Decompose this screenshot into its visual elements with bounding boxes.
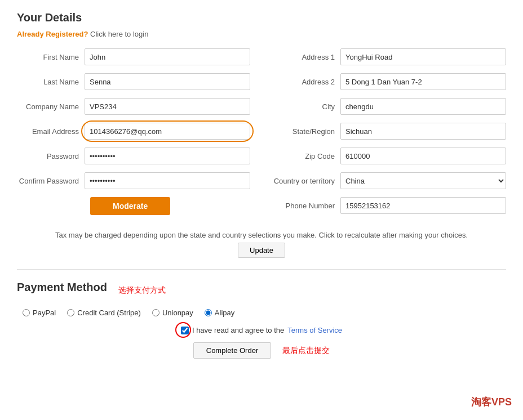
already-registered-row: Already Registered? Click here to login — [17, 30, 506, 38]
zip-row: Zip Code — [273, 148, 506, 164]
alipay-label: Alipay — [215, 309, 234, 317]
address2-input[interactable] — [340, 73, 506, 90]
city-row: City — [273, 98, 506, 115]
company-name-label: Company Name — [17, 102, 85, 111]
email-row: Email Address — [17, 123, 250, 140]
alipay-option[interactable]: Alipay — [205, 309, 234, 317]
section-divider — [17, 269, 506, 270]
state-label: State/Region — [273, 127, 340, 136]
password-row: Password — [17, 148, 250, 164]
state-row: State/Region — [273, 123, 506, 140]
creditcard-radio[interactable] — [67, 309, 74, 316]
paypal-radio[interactable] — [23, 309, 30, 316]
email-input[interactable] — [85, 123, 250, 140]
confirm-password-label: Confirm Password — [17, 177, 85, 185]
city-input[interactable] — [340, 98, 506, 115]
country-select[interactable]: China United States United Kingdom — [340, 172, 506, 189]
last-name-row: Last Name — [17, 73, 250, 90]
unionpay-radio[interactable] — [152, 309, 159, 316]
creditcard-option[interactable]: Credit Card (Stripe) — [67, 309, 141, 317]
payment-header: Payment Method 选择支付方式 — [17, 281, 506, 300]
zip-label: Zip Code — [273, 152, 340, 160]
login-link-text[interactable]: Click here to login — [90, 30, 148, 38]
terms-checkbox-wrap — [181, 327, 189, 334]
terms-text: I have read and agree to the — [192, 326, 284, 334]
last-name-label: Last Name — [17, 78, 85, 86]
unionpay-option[interactable]: Unionpay — [152, 309, 193, 317]
alipay-radio[interactable] — [205, 309, 212, 316]
city-label: City — [273, 102, 340, 111]
paypal-label: PayPal — [33, 309, 56, 317]
page-title: Your Details — [17, 11, 506, 24]
payment-title: Payment Method — [17, 281, 107, 294]
confirm-password-row: Confirm Password — [17, 172, 250, 189]
company-name-input[interactable] — [85, 98, 250, 115]
address1-label: Address 1 — [273, 53, 340, 61]
paypal-option[interactable]: PayPal — [23, 309, 56, 317]
creditcard-label: Credit Card (Stripe) — [77, 309, 141, 317]
right-column: Address 1 Address 2 City State/Region Zi… — [273, 48, 506, 222]
last-name-input[interactable] — [85, 73, 250, 90]
phone-label: Phone Number — [273, 202, 340, 210]
country-label: Country or territory — [273, 177, 340, 185]
password-input[interactable] — [85, 148, 250, 164]
first-name-input[interactable] — [85, 48, 250, 65]
tax-notice: Tax may be charged depending upon the st… — [17, 231, 506, 239]
email-label: Email Address — [17, 127, 85, 136]
country-row: Country or territory China United States… — [273, 172, 506, 189]
address2-label: Address 2 — [273, 78, 340, 86]
first-name-label: First Name — [17, 53, 85, 61]
first-name-row: First Name — [17, 48, 250, 65]
moderate-button[interactable]: Moderate — [90, 197, 170, 215]
confirm-password-input[interactable] — [85, 172, 250, 189]
address1-row: Address 1 — [273, 48, 506, 65]
details-form: First Name Last Name Company Name Email … — [17, 48, 506, 222]
company-name-row: Company Name — [17, 98, 250, 115]
phone-input[interactable] — [340, 197, 506, 214]
complete-order-row: Complete Order 最后点击提交 — [17, 342, 506, 359]
zip-input[interactable] — [340, 148, 506, 164]
unionpay-label: Unionpay — [162, 309, 193, 317]
password-label: Password — [17, 152, 85, 160]
terms-row: I have read and agree to the Terms of Se… — [17, 326, 506, 334]
complete-order-button[interactable]: Complete Order — [193, 342, 271, 359]
terms-checkbox[interactable] — [181, 327, 189, 334]
update-button[interactable]: Update — [238, 243, 285, 258]
address2-row: Address 2 — [273, 73, 506, 90]
payment-subtitle: 选择支付方式 — [118, 285, 166, 296]
terms-link[interactable]: Terms of Service — [287, 326, 342, 334]
payment-options: PayPal Credit Card (Stripe) Unionpay Ali… — [17, 309, 506, 317]
address1-input[interactable] — [340, 48, 506, 65]
email-input-wrap — [85, 123, 250, 140]
already-registered-label: Already Registered? — [17, 30, 88, 38]
phone-row: Phone Number — [273, 197, 506, 214]
left-column: First Name Last Name Company Name Email … — [17, 48, 250, 222]
state-input[interactable] — [340, 123, 506, 140]
final-label: 最后点击提交 — [282, 346, 330, 356]
